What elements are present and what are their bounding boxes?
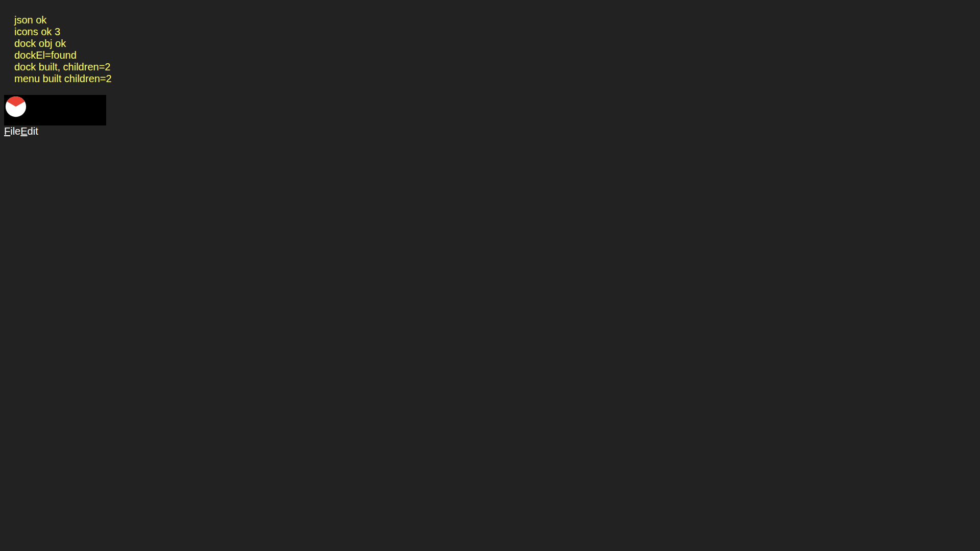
error-log: json ok icons ok 3 dock obj ok dockEl=fo…: [4, 4, 976, 95]
dock: [4, 95, 106, 126]
menu-bar: FileEdit: [4, 126, 976, 137]
menu-item[interactable]: File: [4, 126, 20, 137]
menu-item[interactable]: Edit: [20, 126, 38, 137]
dock-item[interactable]: [4, 95, 106, 121]
